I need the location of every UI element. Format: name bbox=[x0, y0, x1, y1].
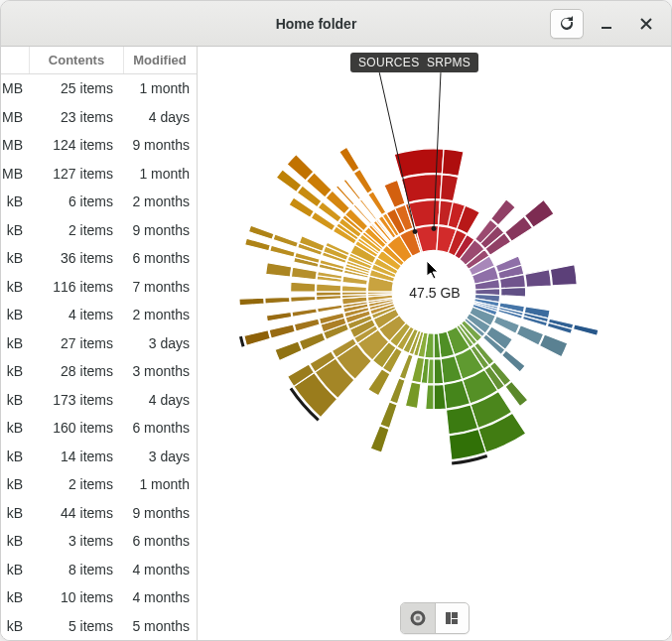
cell-contents: 8 items bbox=[29, 562, 123, 577]
table-row[interactable]: kB116 items7 months bbox=[1, 273, 197, 302]
chart-segment[interactable] bbox=[399, 354, 413, 379]
cell-modified: 6 months bbox=[123, 420, 196, 436]
table-row[interactable]: kB14 items3 days bbox=[1, 443, 197, 471]
cell-size-unit: kB bbox=[1, 476, 29, 492]
col-header-contents[interactable]: Contents bbox=[29, 47, 123, 73]
chart-segment[interactable] bbox=[266, 263, 292, 277]
chart-segment[interactable] bbox=[380, 402, 397, 429]
chart-segment[interactable] bbox=[316, 292, 340, 296]
chart-segment[interactable] bbox=[539, 334, 567, 357]
chart-segment[interactable] bbox=[341, 286, 366, 292]
chart-segment[interactable] bbox=[501, 350, 525, 372]
cell-contents: 44 items bbox=[29, 505, 123, 521]
chart-segment[interactable] bbox=[291, 267, 317, 280]
table-row[interactable]: kB10 items4 months bbox=[1, 583, 197, 612]
chart-segment[interactable] bbox=[353, 169, 372, 193]
chart-segment[interactable] bbox=[265, 297, 290, 304]
table-row[interactable]: kB8 items4 months bbox=[1, 556, 197, 584]
cell-contents: 14 items bbox=[29, 449, 123, 464]
table-row[interactable]: kB4 items2 months bbox=[1, 301, 197, 329]
cell-modified: 4 days bbox=[123, 109, 196, 125]
table-row[interactable]: kB3 items6 months bbox=[1, 527, 197, 556]
minimize-icon bbox=[599, 16, 614, 32]
chart-segment[interactable] bbox=[384, 181, 405, 208]
close-button[interactable] bbox=[629, 9, 663, 39]
chart-segment[interactable] bbox=[525, 270, 551, 288]
view-ringchart-button[interactable] bbox=[401, 603, 435, 633]
chart-segment[interactable] bbox=[442, 149, 464, 176]
chart-segment[interactable] bbox=[266, 312, 291, 320]
sunburst-chart[interactable] bbox=[198, 47, 671, 640]
table-body: MB25 items1 monthMB23 items4 daysMB124 i… bbox=[1, 74, 197, 640]
cell-size-unit: kB bbox=[1, 307, 29, 322]
chart-segment[interactable] bbox=[441, 175, 459, 201]
chart-segment[interactable] bbox=[370, 426, 389, 452]
chart-segment[interactable] bbox=[501, 287, 526, 297]
chart-segment[interactable] bbox=[244, 330, 271, 346]
cell-size-unit: kB bbox=[1, 420, 29, 436]
chart-segment[interactable] bbox=[491, 199, 516, 225]
chart-segment[interactable] bbox=[341, 292, 366, 295]
chart-segment[interactable] bbox=[318, 305, 342, 313]
cell-size-unit: kB bbox=[1, 193, 29, 209]
cell-size-unit: kB bbox=[1, 279, 29, 295]
chart-segment[interactable] bbox=[316, 284, 340, 292]
chart-segment[interactable] bbox=[248, 225, 274, 239]
file-list-panel: Contents Modified MB25 items1 monthMB23 … bbox=[1, 47, 198, 640]
cell-contents: 25 items bbox=[29, 80, 123, 96]
cell-modified: 6 months bbox=[123, 533, 196, 549]
cell-contents: 23 items bbox=[29, 109, 123, 125]
chart-segment[interactable] bbox=[573, 324, 598, 335]
cell-contents: 36 items bbox=[29, 250, 123, 266]
minimize-button[interactable] bbox=[590, 9, 623, 39]
view-treemap-button[interactable] bbox=[435, 603, 469, 633]
chart-segment[interactable] bbox=[291, 282, 316, 292]
chart-segment[interactable] bbox=[299, 332, 326, 350]
table-row[interactable]: MB25 items1 month bbox=[1, 74, 197, 103]
col-header-size[interactable] bbox=[1, 47, 29, 73]
chart-segment[interactable] bbox=[428, 359, 434, 384]
chart-segment[interactable] bbox=[291, 296, 316, 302]
table-row[interactable]: kB2 items1 month bbox=[1, 470, 197, 499]
chart-segment[interactable] bbox=[405, 382, 421, 409]
table-row[interactable]: kB6 items2 months bbox=[1, 188, 197, 216]
chart-segment[interactable] bbox=[269, 324, 295, 338]
chart-segment[interactable] bbox=[426, 385, 434, 410]
chart-segment[interactable] bbox=[273, 234, 298, 247]
chart-segment[interactable] bbox=[516, 325, 543, 345]
chart-segment[interactable] bbox=[434, 384, 446, 409]
chart-segment[interactable] bbox=[505, 381, 528, 406]
table-row[interactable]: MB124 items9 months bbox=[1, 131, 197, 160]
table-row[interactable]: MB127 items1 month bbox=[1, 160, 197, 189]
table-row[interactable]: kB5 items5 months bbox=[1, 612, 197, 641]
chart-segment[interactable] bbox=[367, 292, 392, 294]
cell-size-unit: MB bbox=[1, 166, 29, 182]
chart-tooltip: SRPMS bbox=[419, 53, 478, 72]
svg-rect-8 bbox=[452, 612, 458, 618]
chart-segment[interactable] bbox=[275, 341, 302, 361]
table-row[interactable]: MB23 items4 days bbox=[1, 103, 197, 132]
table-row[interactable]: kB2 items9 months bbox=[1, 216, 197, 245]
table-row[interactable]: kB44 items9 months bbox=[1, 499, 197, 528]
table-row[interactable]: kB28 items3 months bbox=[1, 357, 197, 386]
chart-segment[interactable] bbox=[550, 265, 577, 286]
table-row[interactable]: kB36 items6 months bbox=[1, 244, 197, 273]
chart-segment[interactable] bbox=[390, 378, 405, 404]
chart-segment[interactable] bbox=[292, 309, 317, 317]
chart-segment[interactable] bbox=[270, 245, 295, 257]
chart-segment[interactable] bbox=[368, 369, 390, 396]
cell-contents: 6 items bbox=[29, 193, 123, 209]
cell-modified: 9 months bbox=[123, 222, 196, 238]
cell-modified: 2 months bbox=[123, 307, 196, 322]
table-row[interactable]: kB173 items4 days bbox=[1, 386, 197, 415]
chart-segment[interactable] bbox=[239, 298, 264, 306]
table-row[interactable]: kB160 items6 months bbox=[1, 414, 197, 443]
chart-segment[interactable] bbox=[339, 147, 359, 172]
cell-modified: 3 days bbox=[123, 335, 196, 351]
chart-segment[interactable] bbox=[245, 238, 271, 251]
col-header-modified[interactable]: Modified bbox=[123, 47, 196, 73]
refresh-button[interactable] bbox=[550, 9, 584, 39]
cell-contents: 124 items bbox=[29, 137, 123, 153]
table-row[interactable]: kB27 items3 days bbox=[1, 329, 197, 358]
chart-segment[interactable] bbox=[294, 319, 320, 331]
